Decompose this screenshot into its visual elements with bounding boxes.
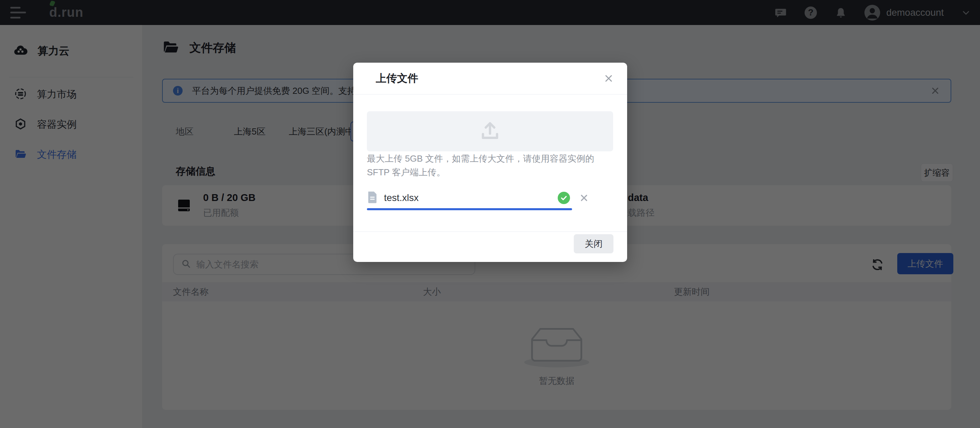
dialog-divider	[353, 94, 627, 94]
file-remove-icon[interactable]	[579, 193, 589, 203]
upload-dialog: 上传文件 最大上传 5GB 文件，如需上传大文件，请使用容器实例的 SFTP 客…	[353, 63, 627, 262]
upload-progress-bar	[367, 208, 572, 210]
upload-success-check-icon	[558, 192, 570, 204]
upload-dropzone[interactable]	[367, 111, 613, 151]
dialog-title: 上传文件	[376, 71, 418, 86]
upload-hint-text: 最大上传 5GB 文件，如需上传大文件，请使用容器实例的 SFTP 客户端上传。	[367, 152, 615, 179]
dialog-close-icon[interactable]	[603, 73, 614, 84]
uploaded-file-row: test.xlsx	[367, 189, 613, 206]
dialog-close-button[interactable]: 关闭	[574, 234, 613, 253]
app-root: d.run ? demoaccount	[0, 0, 980, 428]
dialog-footer-divider	[353, 232, 627, 232]
file-name: test.xlsx	[384, 192, 418, 203]
file-document-icon	[367, 191, 378, 205]
upload-icon	[479, 120, 501, 144]
dialog-header: 上传文件	[353, 63, 627, 94]
